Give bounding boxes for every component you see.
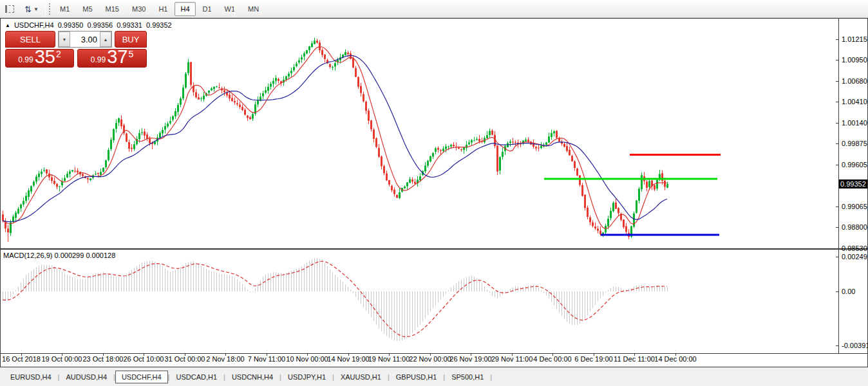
macd-axis-tick <box>836 291 838 292</box>
price-axis-label: 1.00410 <box>842 98 867 106</box>
price-axis-label: 0.99065 <box>842 203 867 210</box>
price-axis-tick <box>836 143 838 144</box>
time-axis-tick <box>62 353 62 356</box>
chart-shift-glyph <box>5 5 14 13</box>
price-axis-tick <box>836 227 838 228</box>
macd-axis-tick <box>836 345 838 346</box>
chart-tab-sp500-h1[interactable]: SP500,H1 <box>445 371 490 383</box>
price-axis-tick <box>836 102 838 102</box>
time-axis-tick <box>389 353 390 356</box>
price-axis-label: 0.98530 <box>842 244 867 252</box>
sell-price-small: 0.99 <box>18 54 33 66</box>
chart-tab-gbpusd-h1[interactable]: GBPUSD,H1 <box>390 371 444 383</box>
price-axis-tick <box>836 165 838 165</box>
period-h1-button[interactable]: H1 <box>153 2 173 16</box>
time-axis-tick <box>348 353 349 356</box>
chart-tab-bar: EURUSD,H4|AUDUSD,H4|USDCHF,H4|USDCAD,H1|… <box>0 367 868 386</box>
macd-axis-label: -0.003913 <box>842 342 868 349</box>
period-d1-button[interactable]: D1 <box>197 2 218 16</box>
pane-separator[interactable] <box>0 248 868 250</box>
time-axis-tick <box>552 353 553 356</box>
candlestick-series <box>2 38 668 242</box>
price-axis-tick <box>836 81 838 82</box>
sell-button[interactable]: SELL <box>5 31 55 48</box>
chart-tab-xauusd-h1[interactable]: XAUUSD,H1 <box>334 371 388 383</box>
time-axis-tick <box>307 353 308 356</box>
price-axis-label: 1.00950 <box>842 56 867 64</box>
time-axis-label: 14 Dec 00:00 <box>646 355 704 363</box>
price-axis-tick <box>836 207 838 207</box>
price-axis-label: 1.01215 <box>842 35 867 43</box>
time-axis-tick <box>430 353 431 356</box>
volume-input[interactable]: 3.00 <box>70 32 100 47</box>
macd-pane-border <box>0 353 868 354</box>
ma-fast-line <box>3 47 667 229</box>
toolbar-separator <box>234 2 235 16</box>
chart-tab-usdjpy-h1[interactable]: USDJPY,H1 <box>281 371 332 383</box>
price-axis-label: 0.99875 <box>842 140 867 147</box>
toolbar: ⇅ ▼ M1M5M15M30H1H4D1W1MN <box>0 0 868 18</box>
period-buttons: M1M5M15M30H1H4D1W1MN <box>54 2 265 16</box>
time-axis-tick <box>594 353 594 356</box>
volume-control: ▼ 3.00 ▲ <box>58 31 112 48</box>
macd-axis-tick <box>836 257 838 257</box>
buy-price-small: 0.99 <box>91 54 106 66</box>
time-axis-tick <box>103 353 104 356</box>
macd-axis-label: 0.00 <box>842 288 855 295</box>
macd-signal-line <box>3 261 667 336</box>
chart-canvas[interactable] <box>0 19 839 353</box>
sell-price-display[interactable]: 0.99 35 2 <box>5 49 74 68</box>
period-h4-button[interactable]: H4 <box>175 2 195 16</box>
tab-separator: | <box>490 373 492 381</box>
time-axis-tick <box>144 353 144 356</box>
price-axis-tick <box>836 39 838 40</box>
volume-decrease-button[interactable]: ▼ <box>59 32 70 47</box>
price-axis-label: 1.00680 <box>842 77 867 85</box>
volume-increase-button[interactable]: ▲ <box>100 32 111 47</box>
chart-tab-usdcad-h1[interactable]: USDCAD,H1 <box>169 371 223 383</box>
chart-tab-audusd-h4[interactable]: AUDUSD,H4 <box>59 371 113 383</box>
period-w1-button[interactable]: W1 <box>219 2 241 16</box>
macd-histogram <box>3 258 668 341</box>
time-axis-tick <box>185 353 185 356</box>
buy-price-sup: 5 <box>128 50 133 59</box>
period-m1-button[interactable]: M1 <box>54 2 75 16</box>
period-m30-button[interactable]: M30 <box>126 2 151 16</box>
buy-price-big: 37 <box>107 49 127 66</box>
symbols-dropdown-icon[interactable]: ⇅ ▼ <box>21 3 42 15</box>
price-axis-tick <box>836 248 838 249</box>
macd-axis-label: 0.002492 <box>842 253 868 261</box>
period-mn-button[interactable]: MN <box>242 2 265 16</box>
chart-tab-usdchf-h4[interactable]: USDCHF,H4 <box>115 371 168 383</box>
period-m5-button[interactable]: M5 <box>77 2 98 16</box>
chevron-down-icon: ▼ <box>33 6 39 12</box>
price-axis-label: 1.00140 <box>842 119 867 127</box>
time-axis-tick <box>634 353 635 356</box>
time-axis-tick <box>267 353 267 356</box>
price-axis-tick <box>836 60 838 60</box>
buy-price-display[interactable]: 0.99 37 5 <box>77 49 147 68</box>
time-axis-tick <box>471 353 471 356</box>
toolbar-grip[interactable] <box>49 3 51 15</box>
one-click-trading-panel: SELL ▼ 3.00 ▲ BUY 0.99 35 2 0.99 37 5 <box>5 31 147 68</box>
chart-shift-icon[interactable] <box>3 3 17 15</box>
price-axis-tick <box>836 123 838 124</box>
sell-price-sup: 2 <box>56 50 61 59</box>
macd-indicator-label: MACD(12,26,9) 0.000299 0.000128 <box>3 252 115 259</box>
trading-terminal-window: ⇅ ▼ M1M5M15M30H1H4D1W1MN ▲ USDCHF,H4 0.9… <box>0 0 868 386</box>
time-axis-tick <box>675 353 676 356</box>
price-axis-label: 0.99605 <box>842 161 867 169</box>
time-axis-tick <box>225 353 226 356</box>
sort-arrows-glyph: ⇅ <box>24 5 32 14</box>
time-axis-tick <box>512 353 513 356</box>
period-m15-button[interactable]: M15 <box>100 2 125 16</box>
price-axis-label: 0.98800 <box>842 223 867 231</box>
horizontal-level-lines <box>544 155 721 235</box>
current-price-label: 0.99352 <box>839 179 867 188</box>
time-axis-tick <box>21 353 22 356</box>
sell-price-big: 35 <box>35 49 55 66</box>
chart-tab-usdcnh-h4[interactable]: USDCNH,H4 <box>225 371 279 383</box>
ma-slow-line <box>3 55 667 222</box>
chart-tab-eurusd-h4[interactable]: EURUSD,H4 <box>4 371 58 383</box>
buy-button[interactable]: BUY <box>115 31 147 48</box>
